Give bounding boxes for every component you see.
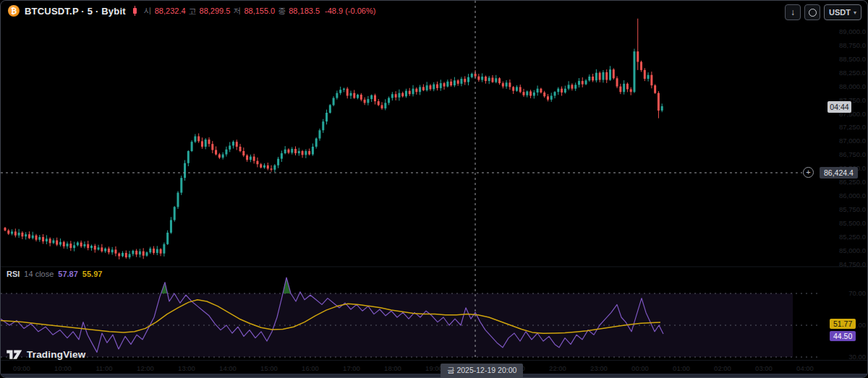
svg-text:17:00: 17:00 — [343, 364, 360, 372]
chart-toolbar: ↓ USDT ▾ — [785, 4, 861, 20]
svg-text:84,750.0: 84,750.0 — [839, 260, 866, 268]
svg-text:87,000.0: 87,000.0 — [839, 137, 866, 145]
svg-text:15:00: 15:00 — [260, 364, 278, 372]
close-label: 종 — [278, 6, 286, 17]
rsi-value-chip: 44.50 — [830, 331, 856, 341]
svg-text:88,000.0: 88,000.0 — [839, 82, 866, 90]
rsi-params: 14 close — [24, 270, 54, 278]
bottom-border-strip — [1, 374, 867, 377]
svg-text:88,500.0: 88,500.0 — [839, 55, 866, 63]
tradingview-logo-icon — [7, 348, 22, 361]
svg-text:87,250.0: 87,250.0 — [839, 123, 866, 131]
currency-dropdown[interactable]: USDT ▾ — [824, 4, 861, 20]
circle-icon — [809, 9, 817, 17]
svg-text:14:00: 14:00 — [219, 364, 237, 372]
trading-chart-widget: 89,000.088,750.088,500.088,250.088,000.0… — [0, 0, 868, 378]
refresh-button[interactable] — [804, 4, 820, 20]
crosshair-price-chip: 86,424.4 — [820, 167, 858, 179]
close-value: 88,183.5 — [289, 7, 320, 15]
currency-label: USDT — [829, 8, 851, 17]
svg-text:12:00: 12:00 — [137, 364, 154, 372]
low-value: 88,155.0 — [244, 7, 275, 15]
svg-text:88,250.0: 88,250.0 — [839, 69, 866, 77]
svg-text:85,000.0: 85,000.0 — [839, 246, 866, 254]
svg-text:03:00: 03:00 — [755, 364, 773, 372]
rsi-legend[interactable]: RSI 14 close 57.87 55.97 — [7, 270, 102, 278]
svg-text:16:00: 16:00 — [302, 364, 319, 372]
svg-text:11:00: 11:00 — [95, 364, 112, 372]
open-label: 시 — [144, 6, 152, 17]
svg-text:13:00: 13:00 — [178, 364, 195, 372]
svg-text:18:00: 18:00 — [384, 364, 401, 372]
svg-text:23:00: 23:00 — [590, 364, 608, 372]
low-label: 저 — [233, 6, 241, 17]
add-alert-plus-icon[interactable]: + — [803, 167, 814, 178]
svg-text:89,000.0: 89,000.0 — [839, 27, 866, 35]
rsi-legend-value: 57.87 — [58, 270, 78, 278]
svg-text:86,750.0: 86,750.0 — [839, 150, 866, 158]
svg-text:09:00: 09:00 — [13, 364, 30, 372]
tradingview-brand-text: TradingView — [27, 349, 85, 360]
svg-text:86,000.0: 86,000.0 — [839, 192, 866, 199]
crosshair-date-chip: 금 2025-12-19 20:00 — [441, 364, 523, 378]
red-candle-icon — [132, 6, 137, 16]
svg-text:10:00: 10:00 — [54, 364, 72, 372]
open-value: 88,232.4 — [155, 7, 186, 15]
chevron-down-icon: ▾ — [854, 9, 856, 16]
svg-text:86,250.0: 86,250.0 — [839, 178, 866, 186]
high-value: 88,299.5 — [200, 7, 231, 15]
svg-text:88,750.0: 88,750.0 — [839, 41, 866, 49]
svg-text:04:00: 04:00 — [796, 364, 814, 372]
bitcoin-logo-icon: ₿ — [8, 5, 20, 17]
rsi-title: RSI — [7, 270, 20, 278]
svg-text:00:00: 00:00 — [631, 364, 649, 372]
symbol-title[interactable]: BTCUSDT.P · 5 · Bybit — [25, 6, 126, 17]
bar-countdown-chip: 04:44 — [827, 101, 851, 113]
ohlc-readout: 시 88,232.4 고 88,299.5 저 88,155.0 종 88,18… — [144, 6, 376, 17]
rsi-ma-legend-value: 55.97 — [82, 270, 103, 278]
svg-text:22:00: 22:00 — [549, 364, 566, 372]
rsi-ma-value-chip: 51.77 — [830, 319, 856, 329]
download-button[interactable]: ↓ — [785, 4, 801, 20]
svg-text:70.00: 70.00 — [848, 289, 866, 297]
svg-text:85,500.0: 85,500.0 — [839, 219, 866, 227]
svg-text:85,750.0: 85,750.0 — [839, 205, 866, 213]
svg-text:85,250.0: 85,250.0 — [839, 233, 866, 241]
svg-text:01:00: 01:00 — [673, 364, 690, 372]
chart-canvas[interactable]: 89,000.088,750.088,500.088,250.088,000.0… — [1, 1, 868, 378]
tradingview-attribution[interactable]: TradingView — [7, 348, 85, 361]
svg-text:02:00: 02:00 — [714, 364, 731, 372]
symbol-legend: ₿ BTCUSDT.P · 5 · Bybit 시 88,232.4 고 88,… — [8, 5, 375, 17]
high-label: 고 — [189, 6, 197, 17]
download-icon: ↓ — [791, 7, 795, 17]
svg-text:30.00: 30.00 — [848, 353, 866, 361]
change-value: -48.9 (-0.06%) — [325, 7, 375, 15]
